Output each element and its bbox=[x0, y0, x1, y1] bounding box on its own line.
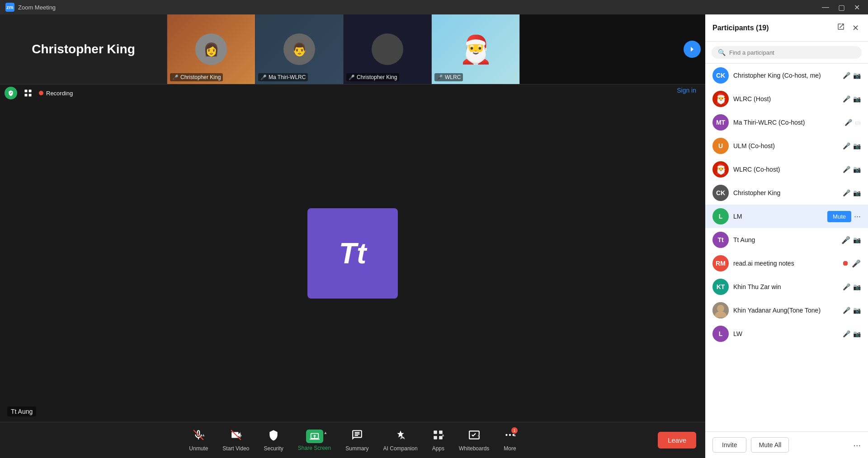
cam-muted-icon: 📷 bbox=[853, 330, 861, 337]
svg-rect-8 bbox=[434, 436, 438, 439]
mic-muted-icon: 🎤 bbox=[843, 283, 850, 290]
svg-point-10 bbox=[505, 434, 507, 435]
maximize-button[interactable]: ▢ bbox=[835, 2, 848, 13]
participant-icons: 🎤 📷 bbox=[843, 283, 861, 290]
ai-companion-label: AI Companion bbox=[383, 445, 418, 452]
cam-muted-icon: 📷 bbox=[853, 142, 861, 150]
mic-muted-icon-4: 🎤 bbox=[437, 75, 443, 80]
more-button[interactable]: 1 ▲ More bbox=[496, 422, 523, 458]
main-speaker-name: Christopher King bbox=[32, 42, 135, 56]
participant-name: Khin Thu Zar win bbox=[733, 283, 838, 290]
participant-name: LM bbox=[733, 213, 823, 220]
panel-popout-button[interactable] bbox=[835, 21, 847, 35]
unmute-button[interactable]: ▲ Unmute bbox=[182, 422, 215, 458]
search-participant-input[interactable] bbox=[729, 49, 855, 56]
participant-icons: 🎤 📷 bbox=[843, 307, 861, 314]
participant-list: CK Christopher King (Co-host, me) 🎤 📷 🎅 … bbox=[705, 64, 868, 431]
panel-close-button[interactable]: ✕ bbox=[850, 21, 861, 35]
mic-muted-icon: 🎤 bbox=[843, 72, 850, 79]
mute-participant-button[interactable]: Mute bbox=[827, 211, 851, 222]
participant-name: Ma Thiri-WLRC (Co-host) bbox=[733, 119, 840, 126]
mic-muted-icon-2: 🎤 bbox=[260, 75, 267, 80]
ai-companion-button[interactable]: AI Companion bbox=[376, 422, 425, 458]
whiteboards-button[interactable]: ▲ Whiteboards bbox=[452, 422, 496, 458]
apps-icon: ▲ bbox=[432, 429, 444, 444]
video-thumb-4[interactable]: 🎅 🎤 WLRC bbox=[432, 14, 520, 84]
cam-muted-icon: 📷 bbox=[853, 166, 861, 173]
security-label: Security bbox=[264, 445, 283, 452]
participant-row[interactable]: CK Christopher King 🎤 📷 bbox=[705, 181, 868, 205]
footer-more-button[interactable]: ··· bbox=[853, 440, 861, 450]
participant-name: WLRC (Host) bbox=[733, 95, 838, 103]
thumb-4-label: 🎤 WLRC bbox=[434, 73, 463, 81]
mute-all-button[interactable]: Mute All bbox=[751, 437, 789, 453]
minimize-button[interactable]: — bbox=[819, 2, 832, 13]
cam-muted-icon: 📷 bbox=[853, 95, 861, 103]
participant-row[interactable]: 🎅 WLRC (Co-host) 🎤 📷 bbox=[705, 158, 868, 181]
panel-title: Participants (19) bbox=[712, 24, 769, 32]
participant-row[interactable]: L LM Mute ··· bbox=[705, 205, 868, 228]
participant-row[interactable]: U ULM (Co-host) 🎤 📷 bbox=[705, 134, 868, 158]
summary-button[interactable]: Summary bbox=[338, 422, 376, 458]
strip-next-button[interactable] bbox=[684, 41, 701, 58]
invite-button[interactable]: Invite bbox=[712, 437, 746, 453]
apps-caret[interactable]: ▲ bbox=[441, 433, 445, 437]
mic-muted-icon: 🎤 bbox=[843, 330, 850, 337]
more-label: More bbox=[504, 445, 516, 452]
participant-icons: 🎤 ▭ bbox=[844, 119, 861, 126]
participant-icons: 🎤 📷 bbox=[841, 236, 861, 244]
mic-icon: 🎤 bbox=[843, 166, 850, 173]
mic-muted-icon: 🎤 bbox=[843, 95, 850, 103]
search-icon: 🔍 bbox=[718, 49, 726, 56]
participant-row[interactable]: 🎅 WLRC (Host) 🎤 📷 bbox=[705, 87, 868, 111]
cam-muted-icon: 📷 bbox=[853, 72, 861, 79]
more-icon: 1 ▲ bbox=[504, 429, 516, 444]
svg-point-14 bbox=[717, 305, 724, 312]
mic-muted-icon: 🎤 bbox=[843, 142, 850, 150]
participant-icons: ⏺ 🎤 bbox=[842, 259, 861, 268]
start-video-button[interactable]: ▲ Start Video bbox=[215, 422, 256, 458]
bottom-toolbar: ▲ Unmute ▲ Start Video bbox=[0, 422, 705, 458]
wb-caret[interactable]: ▲ bbox=[477, 433, 481, 437]
panel-footer: Invite Mute All ··· bbox=[705, 431, 868, 458]
unmute-caret[interactable]: ▲ bbox=[201, 433, 205, 437]
apps-button[interactable]: ▲ Apps bbox=[425, 422, 452, 458]
video-thumb-2[interactable]: 👨 🎤 Ma Thiri-WLRC bbox=[255, 14, 344, 84]
participant-row[interactable]: CK Christopher King (Co-host, me) 🎤 📷 bbox=[705, 64, 868, 87]
video-thumb-1[interactable]: 👩 🎤 Christopher King bbox=[167, 14, 255, 84]
participant-row[interactable]: RM read.ai meeting notes ⏺ 🎤 bbox=[705, 252, 868, 275]
unmute-label: Unmute bbox=[189, 445, 208, 452]
participant-name: LW bbox=[733, 330, 838, 337]
share-caret[interactable]: ▲ bbox=[324, 430, 328, 435]
participant-row[interactable]: Khin Yadanar Aung(Tone Tone) 🎤 📷 bbox=[705, 299, 868, 322]
cam-muted-icon: 📷 bbox=[853, 236, 861, 243]
participant-row[interactable]: L LW 🎤 📷 bbox=[705, 322, 868, 346]
leave-button[interactable]: Leave bbox=[658, 432, 696, 449]
share-screen-button[interactable]: ▲ Share Screen bbox=[291, 422, 338, 458]
summary-icon bbox=[351, 429, 363, 444]
start-video-icon: ▲ bbox=[230, 429, 242, 444]
thumb-3-label: 🎤 Christopher King bbox=[346, 73, 399, 81]
participant-icons: 🎤 📷 bbox=[843, 142, 861, 150]
security-button[interactable]: Security bbox=[256, 422, 290, 458]
participant-icons: 🎤 📷 bbox=[843, 72, 861, 79]
avatar: CK bbox=[712, 67, 729, 84]
title-bar: zm Zoom Meeting — ▢ ✕ bbox=[0, 0, 868, 14]
whiteboards-icon: ▲ bbox=[468, 429, 480, 444]
mic-muted-icon-3: 🎤 bbox=[349, 75, 355, 80]
cam-muted-icon: 📷 bbox=[853, 189, 861, 196]
more-caret[interactable]: ▲ bbox=[513, 433, 517, 437]
close-button[interactable]: ✕ bbox=[851, 2, 863, 13]
participant-name: read.ai meeting notes bbox=[733, 260, 837, 267]
participant-name: ULM (Co-host) bbox=[733, 142, 838, 150]
participant-row[interactable]: MT Ma Thiri-WLRC (Co-host) 🎤 ▭ bbox=[705, 111, 868, 134]
video-thumb-3[interactable]: 🎤 Christopher King bbox=[344, 14, 432, 84]
thumb-2-label: 🎤 Ma Thiri-WLRC bbox=[258, 73, 308, 81]
security-icon bbox=[268, 429, 279, 444]
participant-row[interactable]: Tt Tt Aung 🎤 📷 bbox=[705, 228, 868, 252]
participant-row[interactable]: KT Khin Thu Zar win 🎤 📷 bbox=[705, 275, 868, 299]
participant-more-button[interactable]: ··· bbox=[854, 212, 861, 221]
video-caret[interactable]: ▲ bbox=[239, 433, 243, 437]
cam-muted-icon: 📷 bbox=[853, 283, 861, 290]
start-video-label: Start Video bbox=[222, 445, 249, 452]
